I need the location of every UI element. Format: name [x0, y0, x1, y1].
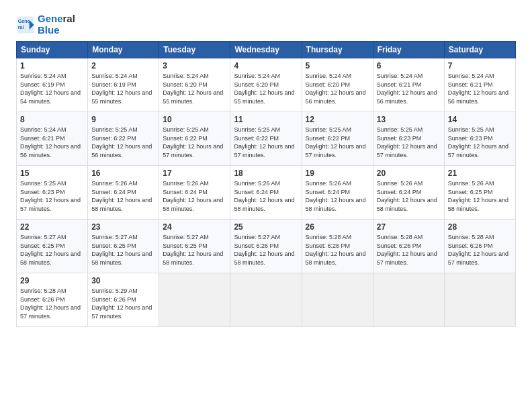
weekday-header-monday: Monday	[88, 42, 159, 58]
calendar-day-cell: 11Sunrise: 5:25 AM Sunset: 6:22 PM Dayli…	[230, 112, 302, 166]
day-info: Sunrise: 5:25 AM Sunset: 6:22 PM Dayligh…	[306, 126, 369, 159]
day-number: 1	[20, 61, 84, 71]
logo-icon: Gene- ral	[16, 15, 35, 34]
day-number: 6	[377, 61, 441, 71]
calendar-day-cell: 15Sunrise: 5:25 AM Sunset: 6:23 PM Dayli…	[17, 166, 88, 220]
calendar-day-cell: 20Sunrise: 5:26 AM Sunset: 6:24 PM Dayli…	[373, 166, 444, 220]
day-number: 24	[163, 222, 226, 232]
day-number: 18	[234, 169, 298, 178]
day-info: Sunrise: 5:26 AM Sunset: 6:24 PM Dayligh…	[163, 179, 226, 213]
page: Gene- ral GeneralBlue SundayMondayTuesda…	[0, 0, 532, 411]
calendar-day-cell: 27Sunrise: 5:28 AM Sunset: 6:26 PM Dayli…	[373, 220, 444, 273]
header: Gene- ral GeneralBlue	[16, 13, 516, 36]
calendar-day-cell: 14Sunrise: 5:25 AM Sunset: 6:23 PM Dayli…	[444, 112, 515, 166]
empty-day-cell	[373, 273, 444, 327]
day-number: 21	[448, 169, 512, 178]
weekday-header-saturday: Saturday	[444, 42, 515, 58]
calendar-day-cell: 24Sunrise: 5:27 AM Sunset: 6:25 PM Dayli…	[159, 220, 230, 273]
day-number: 27	[377, 222, 441, 232]
calendar-day-cell: 18Sunrise: 5:26 AM Sunset: 6:24 PM Dayli…	[230, 166, 302, 220]
day-info: Sunrise: 5:24 AM Sunset: 6:20 PM Dayligh…	[234, 72, 298, 105]
svg-text:ral: ral	[18, 24, 24, 29]
day-number: 26	[306, 222, 369, 232]
day-number: 10	[163, 115, 226, 124]
day-info: Sunrise: 5:24 AM Sunset: 6:21 PM Dayligh…	[377, 72, 441, 105]
calendar-table: SundayMondayTuesdayWednesdayThursdayFrid…	[16, 41, 516, 327]
day-number: 13	[377, 115, 441, 124]
empty-day-cell	[230, 273, 302, 327]
calendar-week-row: 8Sunrise: 5:24 AM Sunset: 6:21 PM Daylig…	[17, 112, 516, 166]
calendar-week-row: 22Sunrise: 5:27 AM Sunset: 6:25 PM Dayli…	[17, 220, 516, 273]
logo: Gene- ral GeneralBlue	[16, 13, 75, 36]
calendar-week-row: 15Sunrise: 5:25 AM Sunset: 6:23 PM Dayli…	[17, 166, 516, 220]
day-info: Sunrise: 5:25 AM Sunset: 6:22 PM Dayligh…	[91, 126, 155, 159]
weekday-header-wednesday: Wednesday	[230, 42, 302, 58]
day-number: 23	[91, 222, 155, 232]
calendar-day-cell: 22Sunrise: 5:27 AM Sunset: 6:25 PM Dayli…	[17, 220, 88, 273]
day-info: Sunrise: 5:25 AM Sunset: 6:22 PM Dayligh…	[234, 126, 298, 159]
day-info: Sunrise: 5:25 AM Sunset: 6:23 PM Dayligh…	[377, 126, 441, 159]
empty-day-cell	[444, 273, 515, 327]
calendar-day-cell: 30Sunrise: 5:29 AM Sunset: 6:26 PM Dayli…	[88, 273, 159, 327]
day-number: 25	[234, 222, 298, 232]
calendar-day-cell: 12Sunrise: 5:25 AM Sunset: 6:22 PM Dayli…	[302, 112, 373, 166]
day-info: Sunrise: 5:26 AM Sunset: 6:24 PM Dayligh…	[306, 179, 369, 213]
day-info: Sunrise: 5:26 AM Sunset: 6:24 PM Dayligh…	[234, 179, 298, 213]
day-info: Sunrise: 5:25 AM Sunset: 6:23 PM Dayligh…	[20, 179, 84, 213]
calendar-day-cell: 7Sunrise: 5:24 AM Sunset: 6:21 PM Daylig…	[444, 58, 515, 112]
calendar-day-cell: 1Sunrise: 5:24 AM Sunset: 6:19 PM Daylig…	[17, 58, 88, 112]
calendar-day-cell: 9Sunrise: 5:25 AM Sunset: 6:22 PM Daylig…	[88, 112, 159, 166]
day-number: 14	[448, 115, 512, 124]
calendar-day-cell: 21Sunrise: 5:26 AM Sunset: 6:25 PM Dayli…	[444, 166, 515, 220]
day-info: Sunrise: 5:24 AM Sunset: 6:20 PM Dayligh…	[306, 72, 369, 105]
day-number: 8	[20, 115, 84, 124]
day-info: Sunrise: 5:27 AM Sunset: 6:25 PM Dayligh…	[163, 233, 226, 267]
calendar-day-cell: 13Sunrise: 5:25 AM Sunset: 6:23 PM Dayli…	[373, 112, 444, 166]
day-number: 3	[163, 61, 226, 71]
calendar-day-cell: 17Sunrise: 5:26 AM Sunset: 6:24 PM Dayli…	[159, 166, 230, 220]
calendar-day-cell: 19Sunrise: 5:26 AM Sunset: 6:24 PM Dayli…	[302, 166, 373, 220]
day-number: 2	[91, 61, 155, 71]
calendar-day-cell: 23Sunrise: 5:27 AM Sunset: 6:25 PM Dayli…	[88, 220, 159, 273]
weekday-header-sunday: Sunday	[17, 42, 88, 58]
weekday-header-row: SundayMondayTuesdayWednesdayThursdayFrid…	[17, 42, 516, 58]
day-info: Sunrise: 5:27 AM Sunset: 6:25 PM Dayligh…	[20, 233, 84, 267]
day-number: 28	[448, 222, 512, 232]
day-info: Sunrise: 5:24 AM Sunset: 6:19 PM Dayligh…	[20, 72, 84, 105]
calendar-day-cell: 2Sunrise: 5:24 AM Sunset: 6:19 PM Daylig…	[88, 58, 159, 112]
calendar-day-cell: 29Sunrise: 5:28 AM Sunset: 6:26 PM Dayli…	[17, 273, 88, 327]
day-number: 9	[91, 115, 155, 124]
day-number: 11	[234, 115, 298, 124]
day-number: 4	[234, 61, 298, 71]
day-info: Sunrise: 5:27 AM Sunset: 6:25 PM Dayligh…	[91, 233, 155, 267]
day-info: Sunrise: 5:28 AM Sunset: 6:26 PM Dayligh…	[20, 287, 84, 320]
day-number: 7	[448, 61, 512, 71]
day-number: 5	[306, 61, 369, 71]
logo-text: GeneralBlue	[38, 13, 75, 36]
weekday-header-thursday: Thursday	[302, 42, 373, 58]
day-info: Sunrise: 5:24 AM Sunset: 6:21 PM Dayligh…	[448, 72, 512, 105]
day-number: 29	[20, 276, 84, 285]
day-number: 17	[163, 169, 226, 178]
empty-day-cell	[159, 273, 230, 327]
weekday-header-friday: Friday	[373, 42, 444, 58]
day-info: Sunrise: 5:27 AM Sunset: 6:26 PM Dayligh…	[234, 233, 298, 267]
day-info: Sunrise: 5:28 AM Sunset: 6:26 PM Dayligh…	[448, 233, 512, 267]
day-info: Sunrise: 5:24 AM Sunset: 6:20 PM Dayligh…	[163, 72, 226, 105]
day-number: 12	[306, 115, 369, 124]
calendar-day-cell: 6Sunrise: 5:24 AM Sunset: 6:21 PM Daylig…	[373, 58, 444, 112]
calendar-day-cell: 10Sunrise: 5:25 AM Sunset: 6:22 PM Dayli…	[159, 112, 230, 166]
day-number: 16	[91, 169, 155, 178]
day-number: 30	[91, 276, 155, 285]
empty-day-cell	[302, 273, 373, 327]
day-info: Sunrise: 5:29 AM Sunset: 6:26 PM Dayligh…	[91, 287, 155, 320]
weekday-header-tuesday: Tuesday	[159, 42, 230, 58]
calendar-day-cell: 5Sunrise: 5:24 AM Sunset: 6:20 PM Daylig…	[302, 58, 373, 112]
calendar-week-row: 1Sunrise: 5:24 AM Sunset: 6:19 PM Daylig…	[17, 58, 516, 112]
calendar-day-cell: 4Sunrise: 5:24 AM Sunset: 6:20 PM Daylig…	[230, 58, 302, 112]
calendar-day-cell: 25Sunrise: 5:27 AM Sunset: 6:26 PM Dayli…	[230, 220, 302, 273]
calendar-week-row: 29Sunrise: 5:28 AM Sunset: 6:26 PM Dayli…	[17, 273, 516, 327]
calendar-day-cell: 28Sunrise: 5:28 AM Sunset: 6:26 PM Dayli…	[444, 220, 515, 273]
day-info: Sunrise: 5:28 AM Sunset: 6:26 PM Dayligh…	[306, 233, 369, 267]
day-info: Sunrise: 5:24 AM Sunset: 6:21 PM Dayligh…	[20, 126, 84, 159]
